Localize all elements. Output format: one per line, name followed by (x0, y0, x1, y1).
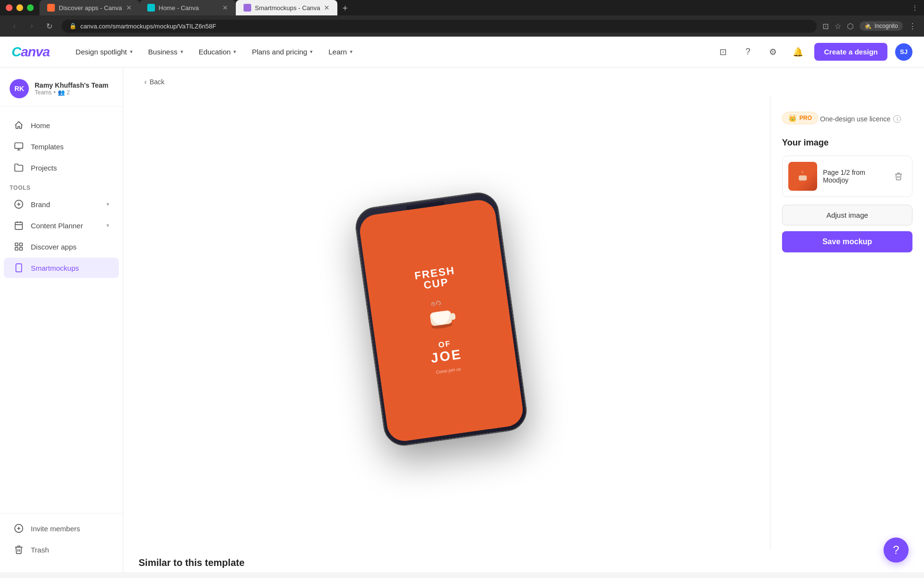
sidebar-item-templates[interactable]: Templates (4, 136, 119, 157)
nav-item-business[interactable]: Business ▾ (141, 44, 190, 60)
top-navigation: Canva Design spotlight ▾ Business ▾ Educ… (0, 37, 924, 67)
address-bar[interactable]: 🔒 canva.com/smartmockups/mockup/VaTILZ6n… (62, 20, 817, 33)
new-tab-button[interactable]: ＋ (337, 0, 353, 15)
phone-body: FRESH CUP (353, 190, 529, 448)
browser-actions: ⊡ ☆ ⬡ 🕵️ Incognito ⋮ (822, 21, 916, 31)
bookmark-icon[interactable]: ☆ (834, 22, 841, 31)
svg-rect-12 (799, 175, 807, 181)
delete-image-button[interactable] (891, 169, 906, 184)
tab-close-home[interactable]: ✕ (222, 4, 228, 12)
sidebar-label-smartmockups: Smartmockups (31, 264, 79, 272)
close-traffic-light[interactable] (6, 4, 13, 11)
tab-close-discover[interactable]: ✕ (126, 4, 132, 12)
sidebar-label-content-planner: Content Planner (31, 222, 83, 230)
joe-text: JOE (430, 346, 463, 366)
user-meta: Teams • 👥 2 (35, 89, 113, 96)
sidebar-label-trash: Trash (31, 546, 49, 554)
minimize-traffic-light[interactable] (16, 4, 23, 11)
adjust-image-button[interactable]: Adjust image (782, 205, 912, 225)
chevron-down-icon: ▾ (106, 201, 109, 208)
notifications-icon-button[interactable]: 🔔 (789, 43, 807, 61)
help-icon-button[interactable]: ? (739, 43, 757, 61)
cup-text: CUP (423, 276, 449, 290)
similar-title: Similar to this template (139, 557, 909, 568)
sidebar-user-section: RK Ramy Khuffash's Team Teams • 👥 2 (0, 75, 123, 106)
similar-section: Similar to this template (123, 550, 924, 572)
canva-logo[interactable]: Canva (12, 44, 50, 60)
favicon-home (147, 4, 155, 12)
thumb-cup-icon (796, 169, 810, 184)
nav-item-education[interactable]: Education ▾ (192, 44, 244, 60)
chevron-down-icon: ▾ (180, 49, 183, 55)
pro-badge: 👑 PRO (782, 112, 818, 124)
browser-bar: ‹ › ↻ 🔒 canva.com/smartmockups/mockup/Va… (0, 15, 924, 37)
tab-title-discover: Discover apps - Canva (59, 4, 122, 12)
nav-item-design-spotlight[interactable]: Design spotlight ▾ (69, 44, 140, 60)
nav-label-plans-pricing: Plans and pricing (252, 48, 307, 56)
sidebar-item-trash[interactable]: Trash (4, 539, 119, 560)
back-button[interactable]: ‹ Back (139, 75, 170, 89)
member-count: 2 (67, 89, 70, 96)
sidebar-item-invite[interactable]: Invite members (4, 518, 119, 539)
right-panel: 👑 PRO One-design use licence i Your imag… (770, 96, 924, 550)
lock-icon: 🔒 (69, 23, 77, 29)
sidebar-item-content-planner[interactable]: Content Planner ▾ (4, 215, 119, 236)
coffee-cup-illustration (419, 292, 462, 337)
discover-apps-icon (13, 241, 24, 252)
nav-menu: Design spotlight ▾ Business ▾ Education … (69, 44, 703, 60)
help-fab-button[interactable]: ? (884, 538, 909, 563)
phone-screen-content: FRESH CUP (358, 198, 525, 443)
pro-label: PRO (799, 115, 812, 121)
forward-nav-button[interactable]: › (25, 19, 38, 33)
sidebar-item-discover-apps[interactable]: Discover apps (4, 236, 119, 257)
content-planner-icon (13, 220, 24, 231)
svg-rect-0 (15, 143, 23, 149)
templates-icon (13, 141, 24, 152)
svg-rect-5 (15, 248, 18, 250)
browser-tab-smart[interactable]: Smartmockups - Canva ✕ (236, 0, 338, 15)
maximize-traffic-light[interactable] (27, 4, 34, 11)
user-info: Ramy Khuffash's Team Teams • 👥 2 (35, 81, 113, 96)
tab-close-smart[interactable]: ✕ (324, 4, 330, 12)
sidebar-item-smartmockups[interactable]: Smartmockups (4, 258, 119, 278)
traffic-lights (0, 0, 39, 15)
sidebar-label-templates: Templates (31, 143, 64, 151)
user-avatar-button[interactable]: SJ (895, 43, 912, 61)
back-nav-button[interactable]: ‹ (8, 19, 21, 33)
thumb-inner (788, 162, 817, 191)
present-icon-button[interactable]: ⊡ (714, 43, 732, 61)
browser-tab-home[interactable]: Home - Canva ✕ (140, 0, 236, 15)
screen-cast-icon[interactable]: ⊡ (822, 22, 829, 31)
user-name: Ramy Khuffash's Team (35, 81, 113, 89)
incognito-icon: 🕵️ (864, 23, 872, 29)
browser-menu-icon[interactable]: ⋮ (911, 4, 918, 12)
app-container: Canva Design spotlight ▾ Business ▾ Educ… (0, 37, 924, 572)
nav-item-plans-pricing[interactable]: Plans and pricing ▾ (245, 44, 320, 60)
home-icon (13, 120, 24, 131)
save-mockup-button[interactable]: Save mockup (782, 231, 912, 252)
trash-icon (894, 172, 903, 181)
smartmockups-icon (13, 263, 24, 273)
nav-label-business: Business (148, 48, 178, 56)
sidebar-label-invite: Invite members (31, 525, 80, 533)
svg-rect-2 (15, 222, 23, 229)
sidebar-item-home[interactable]: Home (4, 115, 119, 135)
phone-mockup: FRESH CUP (353, 188, 540, 458)
help-icon: ? (893, 543, 899, 557)
extension-icon[interactable]: ⬡ (847, 22, 854, 31)
create-design-button[interactable]: Create a design (814, 43, 887, 61)
browser-tab-discover[interactable]: Discover apps - Canva ✕ (39, 0, 140, 15)
tab-title-home: Home - Canva (159, 4, 218, 12)
info-icon[interactable]: i (893, 115, 901, 123)
nav-item-learn[interactable]: Learn ▾ (321, 44, 359, 60)
page-header: ‹ Back (123, 67, 924, 96)
sidebar-item-projects[interactable]: Projects (4, 158, 119, 178)
svg-rect-6 (20, 248, 23, 250)
sidebar-item-brand[interactable]: Brand ▾ (4, 194, 119, 214)
nav-label-education: Education (199, 48, 231, 56)
favicon-smart (244, 4, 251, 12)
browser-menu-dots[interactable]: ⋮ (909, 22, 916, 31)
reload-nav-button[interactable]: ↻ (42, 19, 56, 33)
crown-icon: 👑 (788, 114, 796, 122)
settings-icon-button[interactable]: ⚙ (764, 43, 782, 61)
